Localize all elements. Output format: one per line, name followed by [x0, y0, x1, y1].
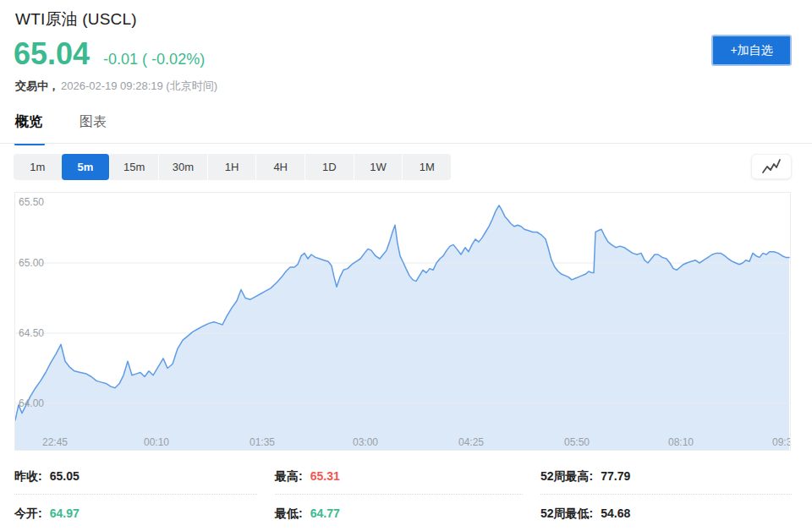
stats-row: 昨收:65.05 最高:65.31 52周最高:77.79	[14, 468, 792, 495]
tab-chart[interactable]: 图表	[80, 113, 107, 145]
x-axis-tick-label: 09:3	[772, 436, 790, 448]
x-axis-tick-label: 05:50	[564, 436, 590, 448]
interval-15m[interactable]: 15m	[109, 154, 158, 180]
stats-row: 今开:64.97 最低:64.77 52周最低:54.68	[14, 505, 792, 531]
tab-overview[interactable]: 概览	[15, 113, 42, 145]
stat-open: 今开:64.97	[14, 505, 257, 531]
stat-label: 今开:	[14, 506, 42, 520]
stat-value: 64.97	[50, 506, 80, 520]
stat-value: 64.77	[310, 506, 340, 520]
chart-area-fill	[15, 205, 789, 450]
stats-grid: 昨收:65.05 最高:65.31 52周最高:77.79 今开:64.97 最…	[14, 468, 792, 531]
stat-prev-close: 昨收:65.05	[14, 468, 257, 495]
stat-52wk-high: 52周最高:77.79	[540, 468, 792, 495]
price-block: 65.04 -0.01 ( -0.02%)	[14, 39, 205, 69]
stat-low: 最低:64.77	[275, 505, 523, 531]
stat-label: 最高:	[275, 469, 303, 483]
interval-1d[interactable]: 1D	[304, 154, 354, 180]
interval-4h[interactable]: 4H	[255, 154, 304, 180]
line-chart-icon	[761, 158, 782, 175]
interval-selector: 1m 5m 15m 30m 1H 4H 1D 1W 1M	[14, 154, 451, 180]
interval-1m-month[interactable]: 1M	[402, 154, 451, 180]
instrument-title: WTI原油 (USCL)	[15, 8, 137, 30]
last-price: 65.04	[14, 39, 90, 69]
trading-status: 交易中，	[15, 79, 59, 92]
tab-bar: 概览 图表	[15, 113, 107, 145]
stat-label: 昨收:	[14, 469, 42, 483]
x-axis-tick-label: 04:25	[458, 436, 484, 448]
y-axis-tick-label: 65.00	[19, 257, 44, 269]
y-axis-tick-label: 65.50	[19, 196, 44, 208]
stat-value: 65.05	[50, 469, 80, 483]
stat-value: 54.68	[601, 506, 630, 520]
interval-1w[interactable]: 1W	[354, 154, 403, 180]
stat-52wk-low: 52周最低:54.68	[540, 505, 792, 531]
interval-30m[interactable]: 30m	[158, 154, 207, 180]
stat-label: 52周最低:	[540, 506, 593, 520]
x-axis-tick-label: 00:10	[144, 436, 169, 448]
add-watchlist-button[interactable]: +加自选	[711, 35, 792, 66]
price-chart[interactable]: 65.5065.0064.5064.0022:4500:1001:3503:00…	[14, 192, 791, 451]
stat-high: 最高:65.31	[275, 468, 523, 495]
tab-chart-label: 图表	[80, 114, 107, 129]
stat-value: 65.31	[310, 469, 340, 483]
price-change: -0.01 ( -0.02%)	[103, 51, 205, 68]
stat-value: 77.79	[601, 469, 630, 483]
stat-label: 52周最高:	[540, 469, 593, 483]
x-axis-tick-label: 22:45	[42, 436, 68, 448]
x-axis-tick-label: 01:35	[250, 436, 275, 448]
x-axis-tick-label: 03:00	[353, 436, 378, 448]
trading-status-row: 交易中，2026-02-19 09:28:19 (北京时间)	[15, 79, 217, 94]
interval-1m[interactable]: 1m	[14, 154, 62, 180]
tab-overview-label: 概览	[15, 114, 42, 129]
x-axis-tick-label: 08:10	[668, 436, 694, 448]
quote-timestamp: 2026-02-19 09:28:19 (北京时间)	[61, 79, 217, 92]
chart-type-button[interactable]	[751, 154, 792, 179]
tab-bar-divider	[0, 143, 812, 144]
y-axis-tick-label: 64.00	[19, 397, 44, 409]
stat-label: 最低:	[275, 506, 303, 520]
interval-5m[interactable]: 5m	[62, 154, 110, 180]
interval-1h[interactable]: 1H	[207, 154, 256, 180]
y-axis-tick-label: 64.50	[19, 327, 44, 339]
